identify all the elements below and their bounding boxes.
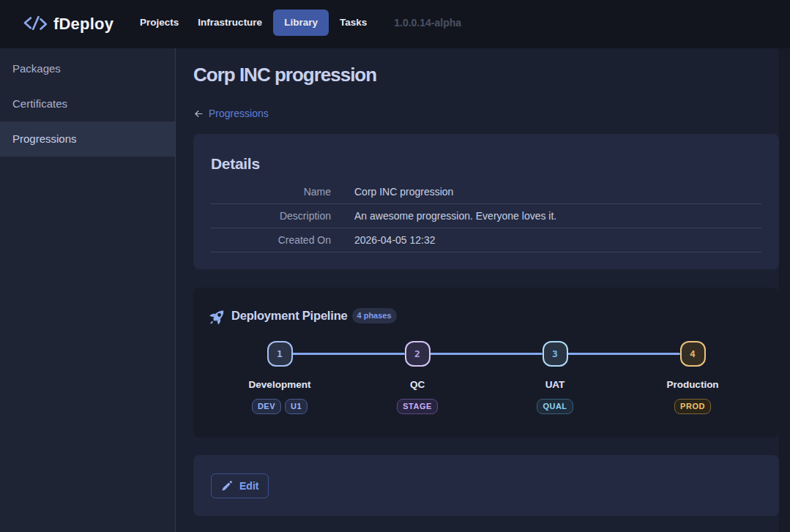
version-label: 1.0.0.14-alpha xyxy=(394,17,461,29)
phase-development: 1 Development DEV U1 xyxy=(211,341,349,414)
detail-label: Created On xyxy=(211,234,331,246)
phase-name: Production xyxy=(666,378,718,392)
phase-qc: 2 QC STAGE xyxy=(349,341,486,414)
phase-tag: DEV xyxy=(252,399,281,414)
topbar: fDeploy Projects Infrastructure Library … xyxy=(0,0,790,48)
main-content: Corp INC progression Progressions Detail… xyxy=(176,48,790,532)
phase-tag: QUAL xyxy=(537,399,573,414)
phase-count-badge: 4 phases xyxy=(352,308,397,323)
sidebar-item-progressions[interactable]: Progressions xyxy=(0,121,175,157)
app-logo[interactable]: fDeploy xyxy=(23,15,113,34)
sidebar-item-certificates[interactable]: Certificates xyxy=(0,86,175,121)
back-link-row[interactable]: Progressions xyxy=(193,108,779,119)
back-arrow-icon xyxy=(195,110,203,118)
nav-infrastructure[interactable]: Infrastructure xyxy=(188,10,272,36)
edit-button[interactable]: Edit xyxy=(211,473,269,498)
pipeline-connector xyxy=(567,353,680,355)
nav-library[interactable]: Library xyxy=(273,10,329,36)
detail-value: 2026-04-05 12:32 xyxy=(354,234,436,246)
detail-row-created-on: Created On 2026-04-05 12:32 xyxy=(211,228,761,252)
nav-tasks[interactable]: Tasks xyxy=(330,10,376,36)
rocket-icon xyxy=(211,310,224,323)
pipeline-title: Deployment Pipeline xyxy=(231,309,348,323)
sidebar: Packages Certificates Progressions xyxy=(0,48,176,532)
phase-name: Development xyxy=(249,378,311,392)
phase-name: QC xyxy=(410,378,425,392)
page-title: Corp INC progression xyxy=(193,64,779,86)
phase-tag: STAGE xyxy=(397,399,438,414)
app-name: fDeploy xyxy=(53,15,113,34)
phase-node: 1 xyxy=(267,341,293,367)
pipeline-diagram: 1 Development DEV U1 2 QC STAGE 3 xyxy=(211,341,761,414)
pipeline-card: Deployment Pipeline 4 phases 1 Developme… xyxy=(193,288,779,438)
pencil-icon xyxy=(221,480,233,492)
phase-node: 4 xyxy=(680,341,706,367)
pipeline-connector xyxy=(291,353,405,355)
detail-row-description: Description An awesome progression. Ever… xyxy=(211,204,761,228)
sidebar-item-packages[interactable]: Packages xyxy=(0,51,175,86)
phase-node: 3 xyxy=(543,341,568,367)
edit-label: Edit xyxy=(239,480,258,492)
detail-label: Description xyxy=(211,210,331,222)
detail-label: Name xyxy=(211,186,331,198)
code-icon xyxy=(23,16,48,30)
phase-name: UAT xyxy=(545,378,565,392)
detail-row-name: Name Corp INC progression xyxy=(211,180,761,204)
scrollbar-gutter[interactable] xyxy=(779,48,790,532)
details-heading: Details xyxy=(211,155,761,172)
phase-production: 4 Production PROD xyxy=(624,341,761,414)
phase-uat: 3 UAT QUAL xyxy=(486,341,624,414)
phase-tag: PROD xyxy=(674,399,711,414)
back-link[interactable]: Progressions xyxy=(209,108,269,119)
detail-value: An awesome progression. Everyone loves i… xyxy=(354,210,556,222)
detail-value: Corp INC progression xyxy=(354,186,453,198)
nav-projects[interactable]: Projects xyxy=(130,10,188,36)
details-card: Details Name Corp INC progression Descri… xyxy=(193,134,779,269)
pipeline-connector xyxy=(429,353,543,355)
phase-node: 2 xyxy=(405,341,431,367)
actions-card: Edit xyxy=(193,455,779,516)
phase-tag: U1 xyxy=(285,399,308,414)
main-nav: Projects Infrastructure Library Tasks xyxy=(130,10,376,36)
pipeline-header: Deployment Pipeline 4 phases xyxy=(211,307,761,325)
